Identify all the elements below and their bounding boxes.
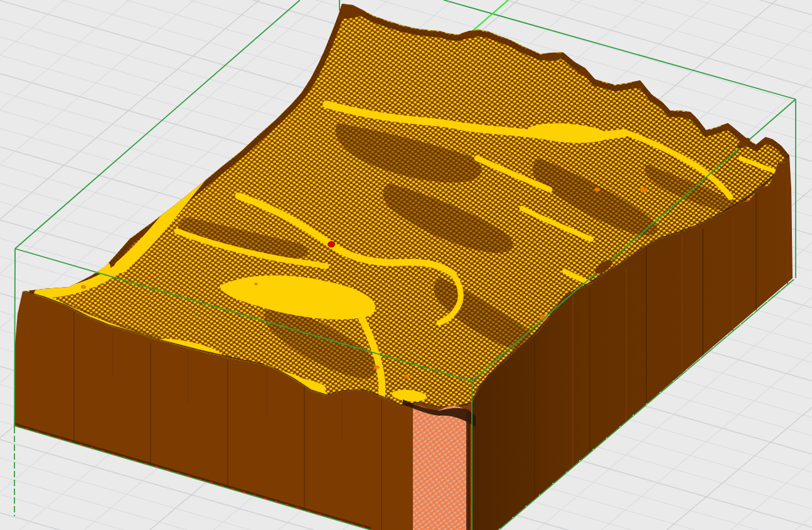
survey-marker[interactable] bbox=[328, 242, 335, 247]
box-edge-vertical-left[interactable] bbox=[14, 249, 15, 427]
section-stripe[interactable] bbox=[403, 399, 476, 530]
marker-dot[interactable] bbox=[328, 242, 335, 247]
viewport-3d[interactable] bbox=[0, 0, 812, 530]
